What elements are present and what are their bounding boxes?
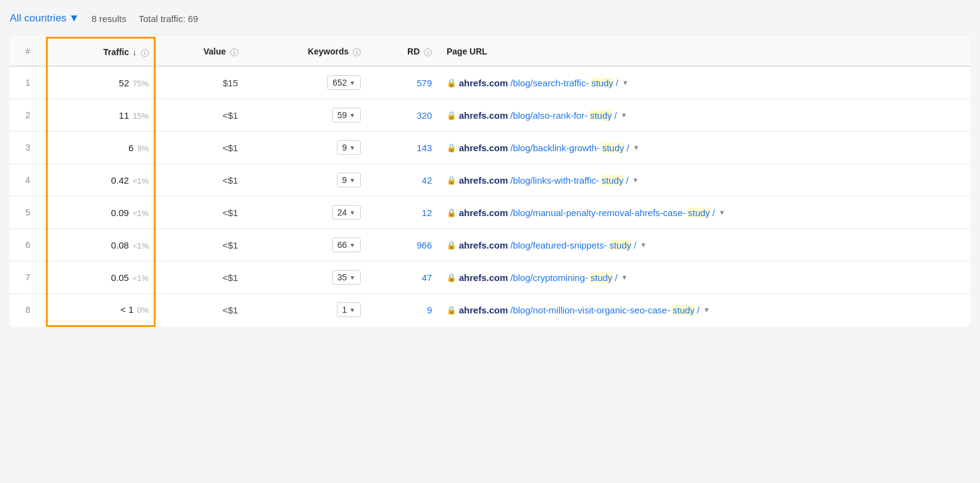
cell-rd[interactable]: 9: [368, 294, 439, 326]
cell-rd[interactable]: 12: [368, 197, 439, 229]
traffic-label: Traffic: [104, 47, 129, 57]
keywords-count: 9: [342, 143, 347, 152]
url-chevron-icon[interactable]: ▼: [718, 209, 725, 216]
traffic-pct: <1%: [132, 241, 148, 250]
keywords-info-icon[interactable]: i: [353, 48, 361, 56]
url-domain[interactable]: ahrefs.com: [459, 175, 508, 185]
cell-keywords[interactable]: 652▼: [246, 66, 369, 99]
value-info-icon[interactable]: i: [230, 48, 238, 56]
table-row: 15275%$15652▼579🔒ahrefs.com/blog/search-…: [10, 66, 970, 99]
table-row: 50.09<1%<$124▼12🔒ahrefs.com/blog/manual-…: [10, 197, 970, 229]
table-row: 70.05<1%<$135▼47🔒ahrefs.com/blog/cryptom…: [10, 261, 970, 294]
table-row: 369%<$19▼143🔒ahrefs.com/blog/backlink-gr…: [10, 132, 970, 164]
url-domain[interactable]: ahrefs.com: [459, 110, 508, 121]
cell-url[interactable]: 🔒ahrefs.com/blog/not-million-visit-organ…: [439, 294, 970, 326]
url-chevron-icon[interactable]: ▼: [703, 306, 710, 313]
keywords-count: 35: [337, 272, 347, 282]
cell-url[interactable]: 🔒ahrefs.com/blog/backlink-growth-study/▼: [439, 132, 970, 164]
url-domain[interactable]: ahrefs.com: [459, 78, 508, 88]
col-header-page-url: Page URL: [439, 38, 970, 67]
url-suffix: /: [626, 175, 628, 185]
url-domain[interactable]: ahrefs.com: [459, 143, 508, 153]
cell-num: 5: [10, 197, 47, 229]
url-domain[interactable]: ahrefs.com: [459, 272, 508, 283]
cell-keywords[interactable]: 24▼: [246, 197, 369, 229]
url-chevron-icon[interactable]: ▼: [622, 79, 628, 86]
cell-traffic: 1115%: [47, 99, 154, 132]
cell-rd[interactable]: 320: [368, 99, 439, 132]
keywords-dropdown-btn[interactable]: 66▼: [332, 238, 361, 252]
keywords-count: 59: [337, 110, 347, 120]
lock-icon: 🔒: [447, 143, 456, 152]
url-chevron-icon[interactable]: ▼: [621, 274, 628, 281]
url-chevron-icon[interactable]: ▼: [620, 111, 627, 119]
cell-rd[interactable]: 966: [368, 229, 439, 261]
traffic-pct: <1%: [132, 274, 148, 283]
url-suffix: /: [615, 272, 617, 283]
traffic-value: 0.09: [111, 208, 129, 218]
url-path: /blog/backlink-growth-: [510, 143, 600, 153]
results-count: 8 results: [91, 13, 126, 24]
cell-keywords[interactable]: 35▼: [246, 261, 369, 294]
lock-icon: 🔒: [447, 111, 456, 120]
keywords-dropdown-arrow-icon: ▼: [349, 307, 355, 313]
traffic-pct: <1%: [132, 209, 148, 218]
url-chevron-icon[interactable]: ▼: [632, 176, 639, 184]
keywords-dropdown-btn[interactable]: 9▼: [337, 173, 361, 187]
cell-keywords[interactable]: 1▼: [246, 294, 369, 326]
traffic-pct: <1%: [132, 176, 148, 185]
keywords-dropdown-btn[interactable]: 1▼: [337, 302, 361, 317]
cell-url[interactable]: 🔒ahrefs.com/blog/cryptomining-study/▼: [439, 261, 970, 294]
dropdown-arrow-icon: ▼: [69, 12, 80, 24]
url-suffix: /: [627, 143, 629, 153]
cell-rd[interactable]: 47: [368, 261, 439, 294]
url-chevron-icon[interactable]: ▼: [633, 144, 639, 151]
cell-url[interactable]: 🔒ahrefs.com/blog/also-rank-for-study/▼: [439, 99, 970, 132]
keywords-dropdown-btn[interactable]: 35▼: [332, 270, 361, 285]
traffic-info-icon[interactable]: i: [141, 49, 149, 57]
data-table-container: # Traffic ↓ i Value i Keywords i RD i: [10, 37, 970, 327]
url-chevron-icon[interactable]: ▼: [640, 241, 647, 249]
keywords-dropdown-btn[interactable]: 24▼: [332, 205, 361, 220]
table-header-row: # Traffic ↓ i Value i Keywords i RD i: [10, 38, 970, 67]
keywords-dropdown-btn[interactable]: 9▼: [337, 140, 361, 155]
col-header-traffic[interactable]: Traffic ↓ i: [47, 38, 154, 67]
url-domain[interactable]: ahrefs.com: [459, 208, 508, 218]
keywords-dropdown-arrow-icon: ▼: [349, 209, 355, 216]
all-countries-button[interactable]: All countries ▼: [10, 12, 79, 24]
cell-keywords[interactable]: 59▼: [246, 99, 369, 132]
keywords-count: 66: [337, 240, 347, 250]
url-path: /blog/featured-snippets-: [510, 240, 607, 250]
cell-url[interactable]: 🔒ahrefs.com/blog/manual-penalty-removal-…: [439, 197, 970, 229]
col-header-rd: RD i: [368, 38, 439, 67]
cell-rd[interactable]: 143: [368, 132, 439, 164]
keywords-count: 9: [342, 175, 347, 185]
cell-value: <$1: [154, 132, 245, 164]
cell-url[interactable]: 🔒ahrefs.com/blog/links-with-traffic-stud…: [439, 164, 970, 197]
countries-label: All countries: [10, 12, 67, 24]
keywords-dropdown-btn[interactable]: 59▼: [332, 108, 361, 122]
keywords-dropdown-arrow-icon: ▼: [349, 177, 355, 184]
cell-keywords[interactable]: 66▼: [246, 229, 369, 261]
keywords-dropdown-btn[interactable]: 652▼: [327, 75, 361, 90]
cell-rd[interactable]: 42: [368, 164, 439, 197]
cell-keywords[interactable]: 9▼: [246, 164, 369, 197]
url-domain[interactable]: ahrefs.com: [459, 240, 508, 250]
cell-value: <$1: [154, 294, 245, 326]
url-suffix: /: [712, 208, 715, 218]
url-domain[interactable]: ahrefs.com: [459, 305, 508, 315]
cell-rd[interactable]: 579: [368, 66, 439, 99]
cell-keywords[interactable]: 9▼: [246, 132, 369, 164]
cell-traffic: 69%: [47, 132, 154, 164]
cell-num: 1: [10, 66, 47, 99]
cell-value: <$1: [154, 261, 245, 294]
url-highlight: study: [609, 240, 631, 250]
results-table: # Traffic ↓ i Value i Keywords i RD i: [10, 37, 970, 327]
rd-info-icon[interactable]: i: [424, 48, 432, 56]
keywords-count: 24: [337, 208, 347, 217]
traffic-pct: 15%: [133, 111, 149, 121]
cell-url[interactable]: 🔒ahrefs.com/blog/featured-snippets-study…: [439, 229, 970, 261]
traffic-value: 0.08: [111, 240, 129, 250]
cell-url[interactable]: 🔒ahrefs.com/blog/search-traffic-study/▼: [439, 66, 970, 99]
url-path: /blog/links-with-traffic-: [510, 175, 599, 185]
